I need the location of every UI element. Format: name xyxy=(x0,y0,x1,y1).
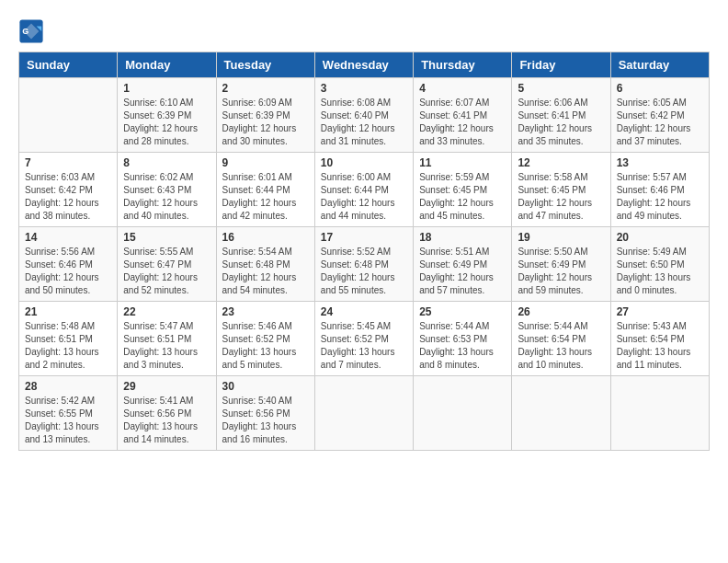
calendar-cell: 23Sunrise: 5:46 AM Sunset: 6:52 PM Dayli… xyxy=(216,302,314,376)
calendar-cell: 18Sunrise: 5:51 AM Sunset: 6:49 PM Dayli… xyxy=(414,227,512,302)
day-number: 28 xyxy=(25,380,111,393)
calendar-cell: 20Sunrise: 5:49 AM Sunset: 6:50 PM Dayli… xyxy=(610,227,709,302)
day-number: 7 xyxy=(25,156,111,169)
day-number: 16 xyxy=(222,231,309,244)
calendar-cell: 27Sunrise: 5:43 AM Sunset: 6:54 PM Dayli… xyxy=(610,302,709,376)
day-number: 24 xyxy=(321,305,407,318)
day-detail: Sunrise: 6:00 AM Sunset: 6:44 PM Dayligh… xyxy=(321,171,407,223)
day-number: 4 xyxy=(419,82,506,95)
calendar-cell xyxy=(414,376,512,451)
calendar-cell: 21Sunrise: 5:48 AM Sunset: 6:51 PM Dayli… xyxy=(19,302,118,376)
header-saturday: Saturday xyxy=(610,52,709,78)
day-detail: Sunrise: 5:48 AM Sunset: 6:51 PM Dayligh… xyxy=(25,320,111,372)
day-detail: Sunrise: 6:01 AM Sunset: 6:44 PM Dayligh… xyxy=(222,171,309,223)
header-friday: Friday xyxy=(512,52,610,78)
calendar-cell: 14Sunrise: 5:56 AM Sunset: 6:46 PM Dayli… xyxy=(19,227,118,302)
day-number: 6 xyxy=(617,82,703,95)
day-detail: Sunrise: 5:40 AM Sunset: 6:56 PM Dayligh… xyxy=(222,395,309,446)
day-detail: Sunrise: 6:07 AM Sunset: 6:41 PM Dayligh… xyxy=(419,97,506,148)
calendar-cell xyxy=(512,376,610,451)
day-detail: Sunrise: 5:46 AM Sunset: 6:52 PM Dayligh… xyxy=(222,320,309,372)
calendar-cell: 17Sunrise: 5:52 AM Sunset: 6:48 PM Dayli… xyxy=(314,227,413,302)
calendar-cell: 2Sunrise: 6:09 AM Sunset: 6:39 PM Daylig… xyxy=(216,78,314,153)
day-number: 5 xyxy=(518,82,604,95)
day-detail: Sunrise: 5:52 AM Sunset: 6:48 PM Dayligh… xyxy=(321,246,407,297)
svg-text:G: G xyxy=(22,27,28,36)
calendar-cell: 26Sunrise: 5:44 AM Sunset: 6:54 PM Dayli… xyxy=(512,302,610,376)
calendar-cell: 6Sunrise: 6:05 AM Sunset: 6:42 PM Daylig… xyxy=(610,78,709,153)
day-detail: Sunrise: 5:59 AM Sunset: 6:45 PM Dayligh… xyxy=(419,171,506,223)
calendar-cell: 29Sunrise: 5:41 AM Sunset: 6:56 PM Dayli… xyxy=(118,376,216,451)
day-number: 18 xyxy=(419,231,506,244)
calendar-cell: 7Sunrise: 6:03 AM Sunset: 6:42 PM Daylig… xyxy=(19,153,118,227)
header-monday: Monday xyxy=(118,52,216,78)
day-detail: Sunrise: 5:56 AM Sunset: 6:46 PM Dayligh… xyxy=(25,246,111,297)
week-row-2: 7Sunrise: 6:03 AM Sunset: 6:42 PM Daylig… xyxy=(19,153,710,227)
calendar-cell: 15Sunrise: 5:55 AM Sunset: 6:47 PM Dayli… xyxy=(118,227,216,302)
day-detail: Sunrise: 5:43 AM Sunset: 6:54 PM Dayligh… xyxy=(617,320,703,372)
calendar-cell: 13Sunrise: 5:57 AM Sunset: 6:46 PM Dayli… xyxy=(610,153,709,227)
day-number: 14 xyxy=(25,231,111,244)
day-number: 29 xyxy=(123,380,210,393)
calendar-cell: 4Sunrise: 6:07 AM Sunset: 6:41 PM Daylig… xyxy=(414,78,512,153)
day-number: 11 xyxy=(419,156,506,169)
calendar-cell: 11Sunrise: 5:59 AM Sunset: 6:45 PM Dayli… xyxy=(414,153,512,227)
day-number: 30 xyxy=(222,380,309,393)
day-detail: Sunrise: 5:58 AM Sunset: 6:45 PM Dayligh… xyxy=(518,171,604,223)
day-detail: Sunrise: 5:50 AM Sunset: 6:49 PM Dayligh… xyxy=(518,246,604,297)
calendar-cell: 19Sunrise: 5:50 AM Sunset: 6:49 PM Dayli… xyxy=(512,227,610,302)
day-detail: Sunrise: 6:09 AM Sunset: 6:39 PM Dayligh… xyxy=(222,97,309,148)
calendar-cell: 5Sunrise: 6:06 AM Sunset: 6:41 PM Daylig… xyxy=(512,78,610,153)
page-header: G xyxy=(18,18,710,44)
day-number: 3 xyxy=(321,82,407,95)
day-detail: Sunrise: 5:41 AM Sunset: 6:56 PM Dayligh… xyxy=(123,395,210,446)
day-detail: Sunrise: 6:10 AM Sunset: 6:39 PM Dayligh… xyxy=(123,97,210,148)
day-detail: Sunrise: 6:06 AM Sunset: 6:41 PM Dayligh… xyxy=(518,97,604,148)
day-number: 12 xyxy=(518,156,604,169)
calendar-cell: 16Sunrise: 5:54 AM Sunset: 6:48 PM Dayli… xyxy=(216,227,314,302)
calendar-cell: 30Sunrise: 5:40 AM Sunset: 6:56 PM Dayli… xyxy=(216,376,314,451)
week-row-1: 1Sunrise: 6:10 AM Sunset: 6:39 PM Daylig… xyxy=(19,78,710,153)
calendar-cell: 28Sunrise: 5:42 AM Sunset: 6:55 PM Dayli… xyxy=(19,376,118,451)
calendar-cell: 3Sunrise: 6:08 AM Sunset: 6:40 PM Daylig… xyxy=(314,78,413,153)
day-number: 10 xyxy=(321,156,407,169)
calendar-cell: 8Sunrise: 6:02 AM Sunset: 6:43 PM Daylig… xyxy=(118,153,216,227)
header-wednesday: Wednesday xyxy=(314,52,413,78)
day-number: 21 xyxy=(25,305,111,318)
day-number: 26 xyxy=(518,305,604,318)
day-number: 22 xyxy=(123,305,210,318)
calendar-cell: 9Sunrise: 6:01 AM Sunset: 6:44 PM Daylig… xyxy=(216,153,314,227)
day-detail: Sunrise: 5:49 AM Sunset: 6:50 PM Dayligh… xyxy=(617,246,703,297)
week-row-4: 21Sunrise: 5:48 AM Sunset: 6:51 PM Dayli… xyxy=(19,302,710,376)
day-detail: Sunrise: 5:44 AM Sunset: 6:53 PM Dayligh… xyxy=(419,320,506,372)
logo: G xyxy=(18,18,48,44)
day-detail: Sunrise: 6:02 AM Sunset: 6:43 PM Dayligh… xyxy=(123,171,210,223)
header-sunday: Sunday xyxy=(19,52,118,78)
calendar-cell: 10Sunrise: 6:00 AM Sunset: 6:44 PM Dayli… xyxy=(314,153,413,227)
day-detail: Sunrise: 5:55 AM Sunset: 6:47 PM Dayligh… xyxy=(123,246,210,297)
day-detail: Sunrise: 5:44 AM Sunset: 6:54 PM Dayligh… xyxy=(518,320,604,372)
day-number: 27 xyxy=(617,305,703,318)
day-detail: Sunrise: 5:51 AM Sunset: 6:49 PM Dayligh… xyxy=(419,246,506,297)
day-detail: Sunrise: 6:03 AM Sunset: 6:42 PM Dayligh… xyxy=(25,171,111,223)
day-number: 1 xyxy=(123,82,210,95)
day-detail: Sunrise: 5:47 AM Sunset: 6:51 PM Dayligh… xyxy=(123,320,210,372)
day-number: 2 xyxy=(222,82,309,95)
calendar-cell: 1Sunrise: 6:10 AM Sunset: 6:39 PM Daylig… xyxy=(118,78,216,153)
calendar-cell xyxy=(314,376,413,451)
day-number: 17 xyxy=(321,231,407,244)
calendar-cell: 12Sunrise: 5:58 AM Sunset: 6:45 PM Dayli… xyxy=(512,153,610,227)
calendar-cell: 25Sunrise: 5:44 AM Sunset: 6:53 PM Dayli… xyxy=(414,302,512,376)
calendar-header-row: SundayMondayTuesdayWednesdayThursdayFrid… xyxy=(19,52,710,78)
week-row-5: 28Sunrise: 5:42 AM Sunset: 6:55 PM Dayli… xyxy=(19,376,710,451)
header-thursday: Thursday xyxy=(414,52,512,78)
day-number: 13 xyxy=(617,156,703,169)
week-row-3: 14Sunrise: 5:56 AM Sunset: 6:46 PM Dayli… xyxy=(19,227,710,302)
calendar-cell xyxy=(610,376,709,451)
header-tuesday: Tuesday xyxy=(216,52,314,78)
day-number: 23 xyxy=(222,305,309,318)
day-number: 20 xyxy=(617,231,703,244)
day-detail: Sunrise: 5:54 AM Sunset: 6:48 PM Dayligh… xyxy=(222,246,309,297)
day-number: 25 xyxy=(419,305,506,318)
calendar-table: SundayMondayTuesdayWednesdayThursdayFrid… xyxy=(18,52,710,451)
